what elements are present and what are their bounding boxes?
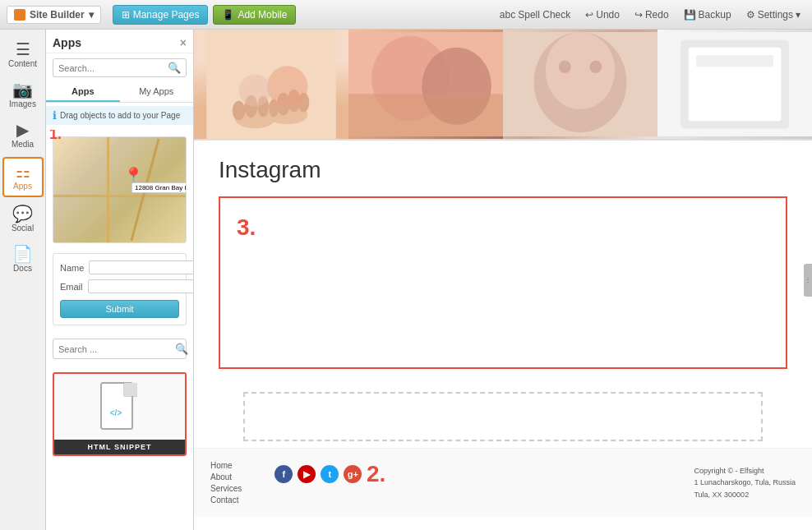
brand-label: Site Builder bbox=[30, 9, 85, 21]
footer-social-container: f ▶ t g+ bbox=[275, 461, 362, 483]
sidebar-item-social[interactable]: 💬 Social bbox=[2, 200, 44, 237]
panel-search-input[interactable] bbox=[58, 344, 172, 354]
main-layout: ☰ Content 📷 Images ▶ Media ⚏ Apps 💬 Soci… bbox=[0, 30, 812, 530]
apps-info-bar: ℹ Drag objects to add to your Page bbox=[46, 106, 193, 125]
right-resize-handle[interactable]: ⋮ bbox=[804, 264, 812, 297]
social-icon: 💬 bbox=[12, 205, 33, 222]
html-snippet-widget[interactable]: </> HTML SNIPPET bbox=[53, 372, 187, 456]
svg-text:</>: </> bbox=[109, 408, 122, 417]
map-road-vertical bbox=[107, 137, 109, 242]
instagram-section: Instagram 3. bbox=[194, 141, 812, 385]
apps-panel: Apps × 🔍 Apps My Apps ℹ Drag objects to … bbox=[46, 30, 194, 530]
map-address-label: 12808 Gran Bay I bbox=[131, 182, 187, 193]
footer-copyright: Copyright © - Elfsight bbox=[694, 465, 796, 477]
sidebar-item-apps[interactable]: ⚏ Apps bbox=[2, 157, 44, 197]
undo-action[interactable]: ↩ Undo bbox=[580, 7, 625, 23]
manage-pages-icon: ⊞ bbox=[122, 9, 130, 21]
footer-link-home[interactable]: Home bbox=[210, 461, 242, 470]
footer-link-contact[interactable]: Contact bbox=[210, 495, 242, 505]
sidebar-item-images[interactable]: 📷 Images bbox=[2, 76, 44, 113]
towel-svg bbox=[657, 30, 812, 139]
apps-search-container: 🔍 bbox=[53, 58, 187, 77]
svg-rect-19 bbox=[348, 94, 503, 136]
svg-rect-2 bbox=[124, 383, 137, 396]
sidebar-item-images-label: Images bbox=[9, 99, 36, 108]
apps-info-text: Drag objects to add to your Page bbox=[60, 111, 180, 120]
footer-address-line2: Tula, XX 300002 bbox=[694, 489, 796, 500]
tab-my-apps[interactable]: My Apps bbox=[120, 82, 194, 102]
instagram-placeholder: 3. bbox=[219, 196, 787, 369]
feet-svg bbox=[194, 30, 348, 139]
svg-point-14 bbox=[267, 66, 307, 106]
drop-zone-container bbox=[194, 385, 812, 448]
sidebar-item-media-label: Media bbox=[12, 140, 34, 149]
sidebar-item-docs[interactable]: 📄 Docs bbox=[2, 241, 44, 278]
sidebar-item-social-label: Social bbox=[12, 224, 34, 233]
sidebar-item-media[interactable]: ▶ Media bbox=[2, 117, 44, 154]
face-svg bbox=[503, 30, 657, 139]
svg-point-24 bbox=[589, 61, 602, 73]
manage-pages-button[interactable]: ⊞ Manage Pages bbox=[113, 5, 209, 25]
hero-images bbox=[194, 30, 812, 141]
email-input[interactable] bbox=[88, 279, 193, 293]
hero-image-1 bbox=[194, 30, 348, 139]
tab-apps[interactable]: Apps bbox=[46, 82, 120, 102]
footer-address-line1: 1 Lunacharskogo, Tula, Russia bbox=[694, 477, 796, 488]
apps-panel-header: Apps × bbox=[46, 30, 193, 53]
spell-check-label: Spell Check bbox=[518, 9, 570, 21]
annotation-3: 3. bbox=[220, 198, 786, 257]
footer-link-about[interactable]: About bbox=[210, 472, 242, 482]
backup-label: Backup bbox=[699, 9, 731, 21]
undo-label: Undo bbox=[596, 9, 620, 21]
apps-tabs: Apps My Apps bbox=[46, 82, 193, 103]
backup-action[interactable]: 💾 Backup bbox=[679, 7, 736, 23]
sidebar-item-content[interactable]: ☰ Content bbox=[2, 36, 44, 73]
apps-panel-close-button[interactable]: × bbox=[180, 36, 187, 49]
settings-action[interactable]: ⚙ Settings ▾ bbox=[741, 7, 805, 23]
redo-label: Redo bbox=[645, 9, 669, 21]
backup-icon: 💾 bbox=[684, 9, 696, 21]
undo-icon: ↩ bbox=[585, 9, 593, 21]
name-label: Name bbox=[60, 263, 84, 273]
hero-image-2 bbox=[348, 30, 503, 139]
brand-dropdown-icon: ▾ bbox=[89, 9, 94, 21]
map-widget[interactable]: 📍 12808 Gran Bay I bbox=[53, 136, 187, 243]
google-plus-icon[interactable]: g+ bbox=[344, 465, 362, 483]
instagram-title: Instagram bbox=[219, 157, 787, 183]
redo-icon: ↪ bbox=[634, 9, 643, 21]
site-builder-brand[interactable]: Site Builder ▾ bbox=[7, 6, 101, 24]
twitter-icon[interactable]: t bbox=[321, 465, 339, 483]
spa-svg bbox=[348, 30, 503, 139]
footer-section: Home About Services Contact f ▶ t g+ Cop… bbox=[194, 448, 812, 517]
form-submit-button[interactable]: Submit bbox=[60, 300, 179, 318]
facebook-icon[interactable]: f bbox=[275, 465, 293, 483]
info-icon: ℹ bbox=[53, 109, 57, 122]
redo-action[interactable]: ↪ Redo bbox=[630, 7, 674, 23]
hero-image-4 bbox=[657, 30, 812, 139]
footer-links: Home About Services Contact bbox=[210, 461, 242, 505]
html-snippet-preview: </> bbox=[54, 374, 185, 440]
apps-search-icon: 🔍 bbox=[168, 62, 181, 74]
map-background: 📍 12808 Gran Bay I bbox=[53, 137, 186, 242]
add-mobile-icon: 📱 bbox=[222, 9, 234, 21]
apps-content: 1. 📍 12808 Gran Bay I Name bbox=[46, 130, 193, 530]
apps-search-input[interactable] bbox=[58, 63, 164, 73]
annotation-2: 2. bbox=[367, 461, 385, 487]
name-input[interactable] bbox=[89, 260, 193, 274]
footer-link-services[interactable]: Services bbox=[210, 484, 242, 493]
html-file-icon-container: </> bbox=[99, 381, 141, 433]
svg-point-7 bbox=[233, 101, 246, 121]
spell-check-action[interactable]: abc Spell Check bbox=[495, 7, 575, 23]
settings-chevron-icon: ▾ bbox=[796, 9, 800, 21]
toolbar: Site Builder ▾ ⊞ Manage Pages 📱 Add Mobi… bbox=[0, 0, 812, 30]
email-form-row: Email bbox=[60, 279, 179, 293]
youtube-icon[interactable]: ▶ bbox=[298, 465, 316, 483]
html-file-svg-icon: </> bbox=[99, 381, 141, 431]
sidebar-item-content-label: Content bbox=[8, 59, 37, 68]
hero-image-3 bbox=[503, 30, 657, 139]
manage-pages-label: Manage Pages bbox=[133, 9, 200, 21]
images-icon: 📷 bbox=[12, 81, 33, 98]
right-handle-icon: ⋮ bbox=[805, 276, 811, 283]
svg-point-22 bbox=[546, 32, 616, 109]
add-mobile-button[interactable]: 📱 Add Mobile bbox=[213, 5, 296, 25]
